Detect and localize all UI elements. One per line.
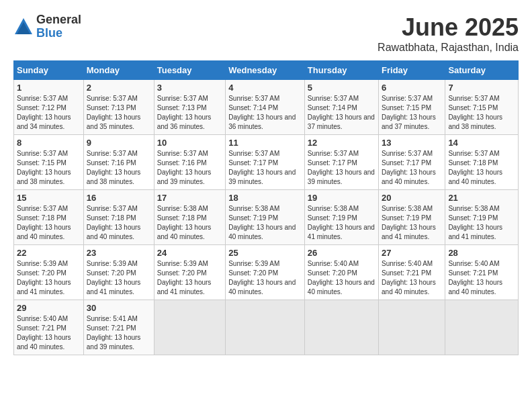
calendar-cell: 13Sunrise: 5:37 AMSunset: 7:17 PMDayligh… [379, 135, 445, 190]
calendar-cell: 2Sunrise: 5:37 AMSunset: 7:13 PMDaylight… [83, 80, 154, 135]
logo-general-text: General [36, 13, 81, 27]
cell-info: Sunrise: 5:39 AMSunset: 7:20 PMDaylight:… [157, 260, 212, 295]
day-number: 13 [382, 138, 442, 148]
calendar-cell: 26Sunrise: 5:40 AMSunset: 7:20 PMDayligh… [304, 245, 378, 300]
calendar-cell: 25Sunrise: 5:39 AMSunset: 7:20 PMDayligh… [226, 245, 305, 300]
day-number: 17 [157, 193, 222, 203]
day-number: 20 [382, 193, 442, 203]
calendar-cell [445, 300, 519, 355]
calendar-cell: 5Sunrise: 5:37 AMSunset: 7:14 PMDaylight… [304, 80, 378, 135]
calendar-cell: 6Sunrise: 5:37 AMSunset: 7:15 PMDaylight… [379, 80, 445, 135]
calendar-cell: 8Sunrise: 5:37 AMSunset: 7:15 PMDaylight… [14, 135, 84, 190]
cell-info: Sunrise: 5:37 AMSunset: 7:16 PMDaylight:… [87, 150, 141, 185]
day-number: 4 [228, 83, 302, 93]
calendar-cell: 15Sunrise: 5:37 AMSunset: 7:18 PMDayligh… [14, 190, 84, 245]
logo: General Blue [13, 13, 81, 40]
logo-text: General Blue [36, 13, 81, 40]
calendar-cell: 21Sunrise: 5:38 AMSunset: 7:19 PMDayligh… [445, 190, 519, 245]
day-number: 11 [228, 138, 302, 148]
day-number: 3 [157, 83, 222, 93]
day-number: 24 [157, 248, 222, 258]
cell-info: Sunrise: 5:37 AMSunset: 7:14 PMDaylight:… [228, 95, 296, 130]
cell-info: Sunrise: 5:39 AMSunset: 7:20 PMDaylight:… [17, 260, 71, 295]
day-number: 2 [87, 83, 151, 93]
cell-info: Sunrise: 5:37 AMSunset: 7:15 PMDaylight:… [382, 95, 436, 130]
day-number: 10 [157, 138, 222, 148]
day-number: 29 [17, 303, 81, 313]
day-number: 14 [448, 138, 515, 148]
day-number: 5 [308, 83, 375, 93]
calendar-header-row: SundayMondayTuesdayWednesdayThursdayFrid… [14, 61, 519, 80]
calendar-cell: 10Sunrise: 5:37 AMSunset: 7:16 PMDayligh… [154, 135, 225, 190]
calendar-cell: 23Sunrise: 5:39 AMSunset: 7:20 PMDayligh… [83, 245, 154, 300]
cell-info: Sunrise: 5:38 AMSunset: 7:18 PMDaylight:… [157, 205, 212, 240]
header-day-saturday: Saturday [445, 61, 519, 80]
header-day-wednesday: Wednesday [226, 61, 305, 80]
calendar-cell: 30Sunrise: 5:41 AMSunset: 7:21 PMDayligh… [83, 300, 154, 355]
day-number: 1 [17, 83, 81, 93]
calendar-cell: 17Sunrise: 5:38 AMSunset: 7:18 PMDayligh… [154, 190, 225, 245]
calendar-cell: 18Sunrise: 5:38 AMSunset: 7:19 PMDayligh… [226, 190, 305, 245]
header-day-monday: Monday [83, 61, 154, 80]
calendar-cell: 7Sunrise: 5:37 AMSunset: 7:15 PMDaylight… [445, 80, 519, 135]
calendar-cell: 27Sunrise: 5:40 AMSunset: 7:21 PMDayligh… [379, 245, 445, 300]
calendar-cell: 19Sunrise: 5:38 AMSunset: 7:19 PMDayligh… [304, 190, 378, 245]
logo-blue-text: Blue [36, 27, 81, 40]
cell-info: Sunrise: 5:40 AMSunset: 7:20 PMDaylight:… [308, 260, 375, 295]
cell-info: Sunrise: 5:37 AMSunset: 7:16 PMDaylight:… [157, 150, 212, 185]
day-number: 12 [308, 138, 375, 148]
day-number: 8 [17, 138, 81, 148]
day-number: 6 [382, 83, 442, 93]
cell-info: Sunrise: 5:40 AMSunset: 7:21 PMDaylight:… [382, 260, 436, 295]
cell-info: Sunrise: 5:37 AMSunset: 7:17 PMDaylight:… [308, 150, 375, 185]
calendar-cell: 11Sunrise: 5:37 AMSunset: 7:17 PMDayligh… [226, 135, 305, 190]
cell-info: Sunrise: 5:37 AMSunset: 7:17 PMDaylight:… [228, 150, 296, 185]
calendar-cell: 16Sunrise: 5:37 AMSunset: 7:18 PMDayligh… [83, 190, 154, 245]
cell-info: Sunrise: 5:37 AMSunset: 7:15 PMDaylight:… [17, 150, 71, 185]
calendar-title: June 2025 [378, 13, 519, 42]
day-number: 7 [448, 83, 515, 93]
cell-info: Sunrise: 5:37 AMSunset: 7:18 PMDaylight:… [448, 150, 502, 185]
calendar-cell: 9Sunrise: 5:37 AMSunset: 7:16 PMDaylight… [83, 135, 154, 190]
day-number: 23 [87, 248, 151, 258]
header-day-sunday: Sunday [14, 61, 84, 80]
calendar-cell: 3Sunrise: 5:37 AMSunset: 7:13 PMDaylight… [154, 80, 225, 135]
cell-info: Sunrise: 5:40 AMSunset: 7:21 PMDaylight:… [448, 260, 502, 295]
calendar-cell [226, 300, 305, 355]
day-number: 26 [308, 248, 375, 258]
logo-icon [13, 17, 34, 37]
calendar-cell: 20Sunrise: 5:38 AMSunset: 7:19 PMDayligh… [379, 190, 445, 245]
day-number: 30 [87, 303, 151, 313]
calendar-week-row: 29Sunrise: 5:40 AMSunset: 7:21 PMDayligh… [14, 300, 519, 355]
cell-info: Sunrise: 5:37 AMSunset: 7:13 PMDaylight:… [157, 95, 212, 130]
day-number: 16 [87, 193, 151, 203]
cell-info: Sunrise: 5:37 AMSunset: 7:17 PMDaylight:… [382, 150, 436, 185]
header-day-tuesday: Tuesday [154, 61, 225, 80]
calendar-table: SundayMondayTuesdayWednesdayThursdayFrid… [13, 60, 519, 355]
calendar-cell: 24Sunrise: 5:39 AMSunset: 7:20 PMDayligh… [154, 245, 225, 300]
day-number: 28 [448, 248, 515, 258]
cell-info: Sunrise: 5:37 AMSunset: 7:12 PMDaylight:… [17, 95, 71, 130]
cell-info: Sunrise: 5:37 AMSunset: 7:18 PMDaylight:… [87, 205, 141, 240]
cell-info: Sunrise: 5:38 AMSunset: 7:19 PMDaylight:… [228, 205, 296, 240]
cell-info: Sunrise: 5:37 AMSunset: 7:13 PMDaylight:… [87, 95, 141, 130]
calendar-week-row: 8Sunrise: 5:37 AMSunset: 7:15 PMDaylight… [14, 135, 519, 190]
calendar-cell: 14Sunrise: 5:37 AMSunset: 7:18 PMDayligh… [445, 135, 519, 190]
cell-info: Sunrise: 5:38 AMSunset: 7:19 PMDaylight:… [448, 205, 502, 240]
calendar-cell: 22Sunrise: 5:39 AMSunset: 7:20 PMDayligh… [14, 245, 84, 300]
calendar-cell: 1Sunrise: 5:37 AMSunset: 7:12 PMDaylight… [14, 80, 84, 135]
header-day-thursday: Thursday [304, 61, 378, 80]
day-number: 22 [17, 248, 81, 258]
day-number: 25 [228, 248, 302, 258]
cell-info: Sunrise: 5:39 AMSunset: 7:20 PMDaylight:… [87, 260, 141, 295]
calendar-week-row: 1Sunrise: 5:37 AMSunset: 7:12 PMDaylight… [14, 80, 519, 135]
calendar-cell [154, 300, 225, 355]
cell-info: Sunrise: 5:39 AMSunset: 7:20 PMDaylight:… [228, 260, 296, 295]
calendar-cell: 28Sunrise: 5:40 AMSunset: 7:21 PMDayligh… [445, 245, 519, 300]
calendar-cell: 12Sunrise: 5:37 AMSunset: 7:17 PMDayligh… [304, 135, 378, 190]
day-number: 9 [87, 138, 151, 148]
cell-info: Sunrise: 5:41 AMSunset: 7:21 PMDaylight:… [87, 315, 141, 351]
calendar-cell: 29Sunrise: 5:40 AMSunset: 7:21 PMDayligh… [14, 300, 84, 355]
cell-info: Sunrise: 5:38 AMSunset: 7:19 PMDaylight:… [382, 205, 436, 240]
header: General Blue June 2025 Rawatbhata, Rajas… [13, 13, 519, 54]
